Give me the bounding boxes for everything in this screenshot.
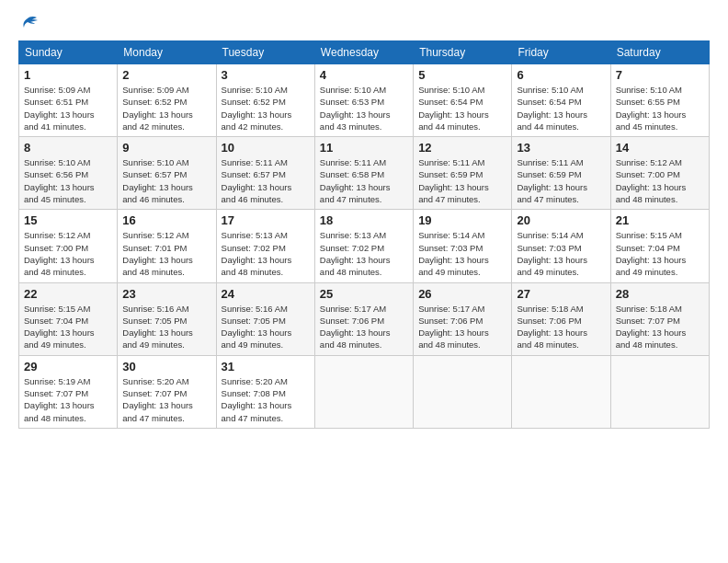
cell-date: 19 — [418, 213, 506, 227]
cell-date: 16 — [122, 213, 210, 227]
cell-info: Sunrise: 5:10 AM Sunset: 6:54 PM Dayligh… — [517, 84, 605, 132]
logo-bird-icon — [20, 15, 42, 35]
cell-date: 14 — [616, 141, 704, 155]
cell-info: Sunrise: 5:12 AM Sunset: 7:01 PM Dayligh… — [122, 229, 210, 278]
cell-date: 30 — [122, 360, 210, 373]
cell-date: 27 — [517, 287, 605, 301]
calendar-cell: 23Sunrise: 5:16 AM Sunset: 7:05 PM Dayli… — [118, 282, 216, 355]
cell-date: 11 — [320, 141, 408, 155]
calendar-cell: 20Sunrise: 5:14 AM Sunset: 7:03 PM Dayli… — [512, 210, 610, 282]
cell-info: Sunrise: 5:10 AM Sunset: 6:56 PM Dayligh… — [24, 156, 112, 205]
calendar-cell: 5Sunrise: 5:10 AM Sunset: 6:54 PM Daylig… — [414, 64, 512, 137]
calendar-cell: 6Sunrise: 5:10 AM Sunset: 6:54 PM Daylig… — [512, 64, 610, 137]
cell-info: Sunrise: 5:12 AM Sunset: 7:00 PM Dayligh… — [616, 156, 704, 205]
cell-info: Sunrise: 5:10 AM Sunset: 6:54 PM Dayligh… — [418, 84, 506, 132]
calendar-cell: 1Sunrise: 5:09 AM Sunset: 6:51 PM Daylig… — [19, 64, 118, 137]
day-header-wednesday: Wednesday — [314, 41, 413, 64]
calendar-cell: 4Sunrise: 5:10 AM Sunset: 6:53 PM Daylig… — [314, 64, 413, 137]
cell-date: 31 — [222, 360, 310, 373]
calendar-cell: 25Sunrise: 5:17 AM Sunset: 7:06 PM Dayli… — [314, 282, 413, 355]
calendar-cell: 29Sunrise: 5:19 AM Sunset: 7:07 PM Dayli… — [19, 355, 118, 428]
cell-date: 25 — [320, 287, 408, 301]
day-header-friday: Friday — [512, 41, 610, 64]
cell-date: 28 — [616, 287, 704, 301]
calendar-cell: 22Sunrise: 5:15 AM Sunset: 7:04 PM Dayli… — [19, 282, 118, 355]
cell-info: Sunrise: 5:14 AM Sunset: 7:03 PM Dayligh… — [418, 229, 506, 278]
cell-date: 7 — [616, 68, 704, 82]
cell-info: Sunrise: 5:14 AM Sunset: 7:03 PM Dayligh… — [517, 229, 605, 278]
cell-date: 22 — [24, 287, 112, 301]
calendar-week-5: 29Sunrise: 5:19 AM Sunset: 7:07 PM Dayli… — [19, 355, 710, 428]
cell-date: 2 — [122, 68, 210, 82]
calendar-cell: 14Sunrise: 5:12 AM Sunset: 7:00 PM Dayli… — [610, 137, 709, 210]
cell-info: Sunrise: 5:13 AM Sunset: 7:02 PM Dayligh… — [222, 229, 310, 278]
cell-date: 29 — [24, 360, 112, 373]
calendar-week-4: 22Sunrise: 5:15 AM Sunset: 7:04 PM Dayli… — [19, 282, 710, 355]
day-header-saturday: Saturday — [610, 41, 709, 64]
cell-date: 18 — [320, 213, 408, 227]
calendar-cell: 30Sunrise: 5:20 AM Sunset: 7:07 PM Dayli… — [118, 355, 216, 428]
calendar-cell: 24Sunrise: 5:16 AM Sunset: 7:05 PM Dayli… — [216, 282, 314, 355]
cell-date: 10 — [222, 141, 310, 155]
cell-date: 23 — [122, 287, 210, 301]
calendar-cell: 2Sunrise: 5:09 AM Sunset: 6:52 PM Daylig… — [118, 64, 216, 137]
cell-info: Sunrise: 5:15 AM Sunset: 7:04 PM Dayligh… — [616, 229, 704, 278]
calendar-table: SundayMondayTuesdayWednesdayThursdayFrid… — [18, 40, 710, 429]
calendar-header-row: SundayMondayTuesdayWednesdayThursdayFrid… — [19, 41, 710, 64]
day-header-tuesday: Tuesday — [216, 41, 314, 64]
calendar-week-2: 8Sunrise: 5:10 AM Sunset: 6:56 PM Daylig… — [19, 137, 710, 210]
calendar-cell — [512, 355, 610, 428]
cell-date: 24 — [222, 287, 310, 301]
cell-date: 15 — [24, 213, 112, 227]
day-header-sunday: Sunday — [19, 41, 118, 64]
cell-date: 1 — [24, 68, 112, 82]
cell-info: Sunrise: 5:18 AM Sunset: 7:07 PM Dayligh… — [616, 303, 704, 351]
cell-info: Sunrise: 5:11 AM Sunset: 6:59 PM Dayligh… — [517, 156, 605, 205]
calendar-cell: 15Sunrise: 5:12 AM Sunset: 7:00 PM Dayli… — [19, 210, 118, 282]
calendar-cell: 9Sunrise: 5:10 AM Sunset: 6:57 PM Daylig… — [118, 137, 216, 210]
calendar-week-3: 15Sunrise: 5:12 AM Sunset: 7:00 PM Dayli… — [19, 210, 710, 282]
calendar-cell — [610, 355, 709, 428]
cell-info: Sunrise: 5:12 AM Sunset: 7:00 PM Dayligh… — [24, 229, 112, 278]
header — [18, 15, 710, 33]
calendar-cell — [314, 355, 413, 428]
calendar-cell: 7Sunrise: 5:10 AM Sunset: 6:55 PM Daylig… — [610, 64, 709, 137]
calendar-cell: 28Sunrise: 5:18 AM Sunset: 7:07 PM Dayli… — [610, 282, 709, 355]
cell-date: 13 — [517, 141, 605, 155]
cell-info: Sunrise: 5:11 AM Sunset: 6:58 PM Dayligh… — [320, 156, 408, 205]
cell-date: 6 — [517, 68, 605, 82]
cell-date: 12 — [418, 141, 506, 155]
day-header-thursday: Thursday — [414, 41, 512, 64]
calendar-cell: 12Sunrise: 5:11 AM Sunset: 6:59 PM Dayli… — [414, 137, 512, 210]
calendar-cell: 31Sunrise: 5:20 AM Sunset: 7:08 PM Dayli… — [216, 355, 314, 428]
calendar-cell: 27Sunrise: 5:18 AM Sunset: 7:06 PM Dayli… — [512, 282, 610, 355]
calendar-cell: 11Sunrise: 5:11 AM Sunset: 6:58 PM Dayli… — [314, 137, 413, 210]
cell-info: Sunrise: 5:10 AM Sunset: 6:55 PM Dayligh… — [616, 84, 704, 132]
calendar-week-1: 1Sunrise: 5:09 AM Sunset: 6:51 PM Daylig… — [19, 64, 710, 137]
cell-info: Sunrise: 5:11 AM Sunset: 6:57 PM Dayligh… — [222, 156, 310, 205]
cell-date: 8 — [24, 141, 112, 155]
calendar-cell: 17Sunrise: 5:13 AM Sunset: 7:02 PM Dayli… — [216, 210, 314, 282]
cell-date: 5 — [418, 68, 506, 82]
cell-info: Sunrise: 5:10 AM Sunset: 6:57 PM Dayligh… — [122, 156, 210, 205]
cell-date: 26 — [418, 287, 506, 301]
cell-info: Sunrise: 5:18 AM Sunset: 7:06 PM Dayligh… — [517, 303, 605, 351]
calendar-cell: 13Sunrise: 5:11 AM Sunset: 6:59 PM Dayli… — [512, 137, 610, 210]
cell-date: 9 — [122, 141, 210, 155]
cell-info: Sunrise: 5:20 AM Sunset: 7:07 PM Dayligh… — [122, 375, 210, 424]
cell-info: Sunrise: 5:09 AM Sunset: 6:52 PM Dayligh… — [122, 84, 210, 132]
cell-date: 20 — [517, 213, 605, 227]
calendar-cell: 18Sunrise: 5:13 AM Sunset: 7:02 PM Dayli… — [314, 210, 413, 282]
cell-info: Sunrise: 5:13 AM Sunset: 7:02 PM Dayligh… — [320, 229, 408, 278]
cell-info: Sunrise: 5:11 AM Sunset: 6:59 PM Dayligh… — [418, 156, 506, 205]
calendar-cell: 3Sunrise: 5:10 AM Sunset: 6:52 PM Daylig… — [216, 64, 314, 137]
cell-info: Sunrise: 5:16 AM Sunset: 7:05 PM Dayligh… — [222, 303, 310, 351]
cell-info: Sunrise: 5:19 AM Sunset: 7:07 PM Dayligh… — [24, 375, 112, 424]
cell-date: 3 — [222, 68, 310, 82]
calendar-cell: 10Sunrise: 5:11 AM Sunset: 6:57 PM Dayli… — [216, 137, 314, 210]
cell-info: Sunrise: 5:16 AM Sunset: 7:05 PM Dayligh… — [122, 303, 210, 351]
calendar-cell — [414, 355, 512, 428]
calendar-cell: 16Sunrise: 5:12 AM Sunset: 7:01 PM Dayli… — [118, 210, 216, 282]
page-container: SundayMondayTuesdayWednesdayThursdayFrid… — [0, 0, 728, 438]
calendar-cell: 21Sunrise: 5:15 AM Sunset: 7:04 PM Dayli… — [610, 210, 709, 282]
